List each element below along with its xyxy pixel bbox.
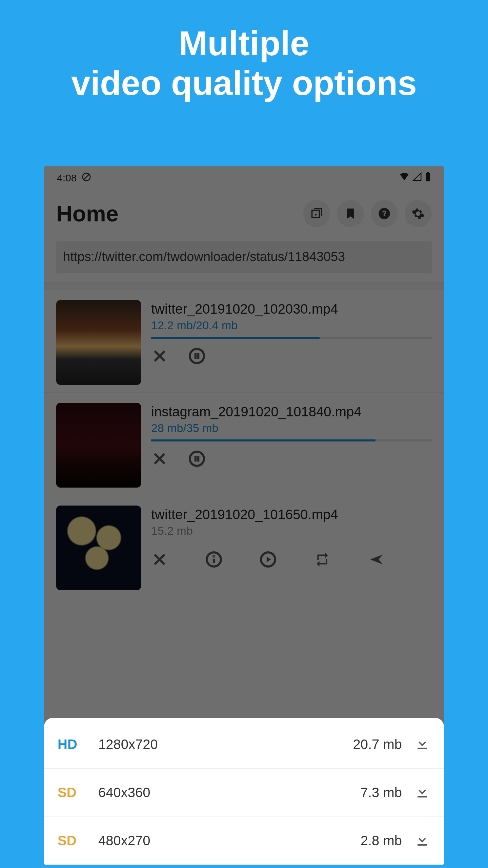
phone-mock: 4:08 Home ? https://twitter.com/twdownlo…: [44, 166, 444, 865]
svg-rect-22: [418, 748, 427, 749]
quality-size: 7.3 mb: [361, 785, 402, 800]
quality-badge-sd: SD: [58, 833, 98, 848]
download-icon[interactable]: [414, 831, 430, 850]
svg-rect-24: [418, 844, 427, 846]
quality-option[interactable]: SD 480x270 2.8 mb: [44, 817, 444, 865]
quality-sheet: HD 1280x720 20.7 mb SD 640x360 7.3 mb SD…: [44, 718, 444, 865]
download-icon[interactable]: [414, 783, 430, 802]
hero-line1: Multiple: [0, 24, 488, 63]
hero-line2: video quality options: [0, 63, 488, 103]
download-icon[interactable]: [414, 735, 430, 754]
quality-badge-sd: SD: [58, 785, 98, 800]
quality-size: 2.8 mb: [361, 833, 402, 848]
quality-option[interactable]: HD 1280x720 20.7 mb: [44, 721, 444, 769]
quality-resolution: 480x270: [98, 833, 361, 848]
quality-option[interactable]: SD 640x360 7.3 mb: [44, 769, 444, 817]
quality-resolution: 640x360: [98, 785, 361, 800]
quality-size: 20.7 mb: [353, 737, 402, 752]
hero-heading: Multiple video quality options: [0, 0, 488, 103]
quality-resolution: 1280x720: [98, 737, 353, 752]
svg-rect-23: [418, 796, 427, 797]
quality-badge-hd: HD: [58, 737, 98, 752]
